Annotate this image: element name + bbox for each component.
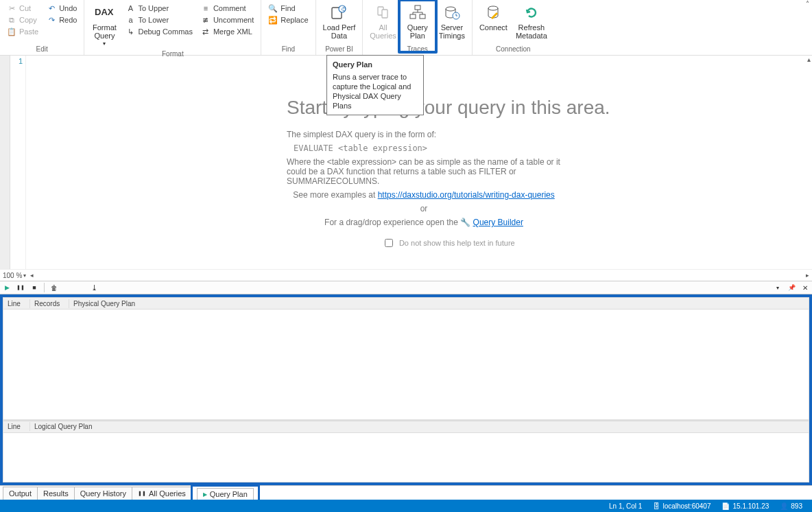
refresh-metadata-button[interactable]: Refresh Metadata — [512, 1, 551, 41]
to-upper-button[interactable]: ATo Upper — [124, 3, 193, 14]
editor-scroll-up-icon[interactable]: ▴ — [807, 56, 811, 63]
svg-rect-8 — [420, 14, 425, 19]
to-lower-icon: a — [126, 15, 135, 25]
svg-point-11 — [488, 6, 498, 10]
paste-button[interactable]: 📋Paste — [5, 26, 40, 37]
cut-button[interactable]: ✂Cut — [5, 3, 40, 14]
examples-link[interactable]: https://daxstudio.org/tutorials/writing-… — [378, 190, 555, 200]
dax-format-icon: DAX — [95, 3, 114, 22]
hide-help-checkbox[interactable] — [385, 239, 393, 247]
line-number-1: 1 — [19, 57, 23, 65]
panel-pin-icon[interactable]: 📌 — [787, 283, 796, 292]
svg-text:⏱: ⏱ — [341, 6, 346, 12]
connect-button[interactable]: Connect — [475, 1, 512, 33]
ribbon-group-traces: All Queries Query Plan Server Timings Tr… — [363, 0, 473, 55]
replace-button[interactable]: 🔁Replace — [267, 14, 309, 25]
logical-plan-header: Line Logical Query Plan — [3, 421, 809, 433]
find-label: Find — [280, 4, 295, 12]
tab-query-history[interactable]: Query History — [74, 487, 132, 500]
status-db-icon: 🗄 — [653, 502, 660, 510]
load-perf-label: Load Perf Data — [323, 23, 356, 40]
cut-label: Cut — [19, 4, 31, 12]
refresh-icon — [522, 3, 541, 22]
trace-play-button[interactable]: ▶ — [3, 283, 11, 292]
all-queries-icon — [374, 3, 393, 22]
find-button[interactable]: 🔍Find — [267, 3, 309, 14]
ribbon: ˄ ✂Cut ⧉Copy 📋Paste ↶Undo ↷Redo Edit DAX — [0, 0, 812, 56]
ribbon-collapse-icon[interactable]: ˄ — [806, 0, 809, 8]
replace-icon: 🔁 — [268, 15, 278, 25]
physical-plan-header: Line Records Physical Query Plan — [3, 298, 809, 310]
tab-output[interactable]: Output — [3, 487, 38, 500]
zoom-level[interactable]: 100 % — [3, 272, 22, 279]
debug-commas-button[interactable]: ↳Debug Commas — [124, 26, 193, 37]
comment-icon: ≡ — [201, 3, 211, 13]
hide-help-label: Do not show this help text in future — [399, 239, 515, 247]
copy-button[interactable]: ⧉Copy — [5, 14, 40, 25]
connect-icon — [483, 3, 503, 22]
placeholder-code: EVALUATE <table expression> — [294, 143, 610, 153]
redo-button[interactable]: ↷Redo — [45, 14, 78, 25]
panel-close-icon[interactable]: ✕ — [801, 283, 809, 292]
physical-plan-grid[interactable]: Line Records Physical Query Plan — [3, 297, 809, 420]
query-plan-button[interactable]: Query Plan — [401, 1, 435, 41]
tab-results[interactable]: Results — [37, 487, 75, 500]
server-timings-label: Server Timings — [439, 23, 465, 40]
bottom-tab-strip: Output Results Query History ❚❚All Queri… — [0, 485, 812, 500]
col-logical-plan[interactable]: Logical Query Plan — [30, 422, 809, 431]
undo-label: Undo — [59, 4, 77, 12]
load-perf-data-button[interactable]: ⏱ Load Perf Data — [319, 1, 360, 41]
undo-button[interactable]: ↶Undo — [45, 3, 78, 14]
tooltip-title: Query Plan — [333, 60, 418, 69]
tab-query-plan-label: Query Plan — [210, 490, 248, 498]
format-query-button[interactable]: DAX Format Query ▾ — [87, 1, 121, 49]
ribbon-group-powerbi-label: Power BI — [325, 45, 353, 54]
status-lncol: Ln 1, Col 1 — [604, 502, 647, 510]
ribbon-group-connection-label: Connection — [496, 45, 531, 54]
to-lower-button[interactable]: aTo Lower — [124, 14, 193, 25]
zoom-dropdown-icon[interactable]: ▾ — [23, 272, 26, 279]
server-timings-button[interactable]: Server Timings — [435, 1, 469, 41]
trace-export-button[interactable]: ⤓ — [90, 283, 98, 292]
ribbon-group-find: 🔍Find 🔁Replace Find — [261, 0, 315, 55]
placeholder-p2: Where the <table expression> can be as s… — [287, 157, 561, 186]
status-server: localhost:60407 — [662, 502, 710, 510]
ribbon-group-edit-label: Edit — [36, 45, 48, 54]
refresh-label: Refresh Metadata — [516, 23, 547, 40]
undo-icon: ↶ — [47, 3, 56, 13]
svg-point-9 — [446, 7, 455, 11]
col-records[interactable]: Records — [30, 299, 69, 308]
wrench-icon: 🔧 — [460, 218, 470, 227]
col-line[interactable]: Line — [3, 299, 30, 308]
query-plan-label: Query Plan — [407, 23, 428, 40]
editor-zoom-bar: 100 % ▾ ◂ ▸ — [0, 269, 812, 281]
uncomment-icon: ≢ — [201, 15, 211, 25]
status-spid: 893 — [791, 502, 802, 510]
server-timings-icon — [442, 3, 462, 22]
tab-query-plan[interactable]: ▶Query Plan — [197, 488, 254, 500]
to-lower-label: To Lower — [138, 16, 169, 24]
trace-stop-button[interactable]: ■ — [30, 283, 38, 292]
panel-dropdown-icon[interactable]: ▾ — [774, 283, 782, 292]
query-plan-tooltip: Query Plan Runs a server trace to captur… — [326, 55, 424, 115]
find-icon: 🔍 — [268, 3, 278, 13]
merge-xml-label: Merge XML — [213, 27, 252, 36]
col-line-2[interactable]: Line — [3, 422, 30, 431]
query-builder-link[interactable]: Query Builder — [473, 218, 523, 227]
paste-label: Paste — [19, 27, 38, 36]
svg-rect-7 — [410, 14, 416, 19]
document-tab-strip[interactable] — [0, 56, 10, 269]
tab-all-queries[interactable]: ❚❚All Queries — [132, 487, 192, 500]
all-queries-button[interactable]: All Queries — [366, 1, 401, 41]
paste-icon: 📋 — [7, 27, 16, 36]
trace-pause-button[interactable]: ❚❚ — [16, 283, 25, 292]
scroll-left-icon[interactable]: ◂ — [30, 272, 34, 279]
logical-plan-grid[interactable]: Line Logical Query Plan — [3, 420, 809, 482]
scroll-right-icon[interactable]: ▸ — [806, 272, 809, 279]
col-physical-plan[interactable]: Physical Query Plan — [69, 299, 809, 308]
comment-button[interactable]: ≡Comment — [200, 3, 255, 14]
examples-prefix: See more examples at — [293, 190, 377, 200]
uncomment-button[interactable]: ≢Uncomment — [200, 14, 255, 25]
merge-xml-button[interactable]: ⇄Merge XML — [200, 26, 255, 37]
trace-clear-button[interactable]: 🗑 — [50, 283, 58, 292]
